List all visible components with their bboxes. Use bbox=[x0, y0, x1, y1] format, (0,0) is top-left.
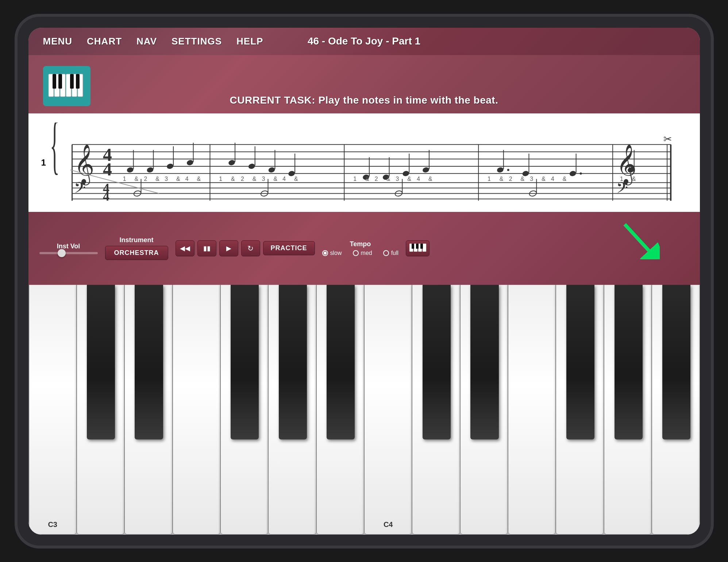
rewind-button[interactable]: ◀◀ bbox=[176, 240, 194, 256]
tempo-full-group[interactable]: full bbox=[383, 250, 398, 256]
svg-text:&: & bbox=[386, 175, 390, 182]
white-keys-row: C3 C4 bbox=[28, 285, 700, 535]
menu-item-menu[interactable]: MENU bbox=[43, 36, 73, 47]
svg-rect-7 bbox=[58, 74, 62, 89]
tempo-med-radio[interactable] bbox=[353, 250, 359, 256]
page-title: 46 - Ode To Joy - Part 1 bbox=[308, 35, 420, 47]
svg-text:1: 1 bbox=[488, 175, 491, 182]
svg-text:&: & bbox=[562, 175, 566, 182]
instrument-button[interactable]: ORCHESTRA bbox=[105, 246, 168, 260]
svg-text:{: { bbox=[50, 123, 59, 181]
white-key-c3[interactable]: C3 bbox=[28, 285, 77, 535]
black-key-gs3[interactable] bbox=[279, 285, 307, 440]
svg-text:2: 2 bbox=[509, 175, 512, 182]
menu-bar: MENU CHART NAV SETTINGS HELP 46 - Ode To… bbox=[28, 28, 700, 55]
svg-point-62 bbox=[569, 170, 577, 177]
svg-text:3: 3 bbox=[396, 175, 399, 182]
tempo-full-label: full bbox=[391, 250, 398, 256]
svg-point-43 bbox=[248, 163, 255, 169]
practice-button[interactable]: PRACTICE bbox=[263, 241, 315, 255]
transport-group: ◀◀ ▮▮ ▶ ↻ PRACTICE bbox=[176, 240, 315, 256]
svg-text:𝄢: 𝄢 bbox=[74, 180, 85, 200]
black-key-as3[interactable] bbox=[327, 285, 355, 440]
svg-point-39 bbox=[186, 159, 194, 166]
piano-icon-svg bbox=[47, 72, 87, 100]
svg-text:1: 1 bbox=[353, 175, 357, 182]
screen: MENU CHART NAV SETTINGS HELP 46 - Ode To… bbox=[28, 28, 700, 535]
repeat-button[interactable]: ↻ bbox=[241, 240, 260, 256]
svg-text:4: 4 bbox=[103, 159, 112, 179]
play-button[interactable]: ▶ bbox=[219, 240, 238, 256]
black-key-fs4[interactable] bbox=[566, 285, 594, 440]
svg-point-41 bbox=[228, 159, 235, 166]
svg-text:&: & bbox=[294, 175, 298, 182]
svg-text:3: 3 bbox=[262, 175, 265, 182]
piano-icon-box[interactable] bbox=[43, 66, 90, 106]
volume-slider[interactable] bbox=[39, 252, 98, 254]
pause-icon: ▮▮ bbox=[203, 244, 211, 252]
rewind-icon: ◀◀ bbox=[180, 244, 190, 252]
menu-item-nav[interactable]: NAV bbox=[136, 36, 157, 47]
menu-item-help[interactable]: HELP bbox=[236, 36, 263, 47]
keys-wrapper: C3 C4 bbox=[28, 285, 700, 535]
white-key-f3[interactable] bbox=[173, 285, 220, 535]
black-key-fs3[interactable] bbox=[231, 285, 259, 440]
white-key-c4[interactable]: C4 bbox=[364, 285, 412, 535]
volume-thumb[interactable] bbox=[58, 249, 66, 257]
task-banner: CURRENT TASK: Play the notes in time wit… bbox=[28, 55, 700, 113]
black-key-cs3[interactable] bbox=[87, 285, 115, 440]
svg-text:4: 4 bbox=[551, 175, 554, 182]
svg-rect-119 bbox=[423, 244, 426, 252]
staff-svg: { bbox=[47, 123, 682, 203]
tempo-slow-radio[interactable] bbox=[322, 250, 328, 256]
black-key-ds3[interactable] bbox=[135, 285, 163, 440]
menu-item-settings[interactable]: SETTINGS bbox=[172, 36, 222, 47]
vol-label: Inst Vol bbox=[57, 243, 80, 250]
svg-point-45 bbox=[268, 166, 276, 173]
svg-text:4: 4 bbox=[103, 189, 109, 203]
sheet-music-area: 1 { bbox=[28, 113, 700, 212]
svg-text:&: & bbox=[155, 175, 159, 182]
instrument-label: Instrument bbox=[120, 236, 154, 244]
svg-text:&: & bbox=[134, 175, 138, 182]
black-key-cs4[interactable] bbox=[423, 285, 451, 440]
svg-rect-122 bbox=[420, 244, 423, 249]
tempo-full-radio[interactable] bbox=[383, 250, 389, 256]
svg-rect-120 bbox=[412, 244, 414, 249]
black-key-as4[interactable] bbox=[662, 285, 690, 440]
transport-controls-row: Inst Vol Instrument ORCHESTRA ◀◀ bbox=[39, 236, 689, 260]
svg-text:3: 3 bbox=[530, 175, 533, 182]
svg-text:𝄢: 𝄢 bbox=[616, 180, 628, 200]
svg-point-59 bbox=[507, 168, 509, 171]
c3-label: C3 bbox=[48, 520, 57, 529]
svg-rect-6 bbox=[53, 74, 56, 89]
staff-container: { bbox=[47, 123, 682, 203]
menu-item-chart[interactable]: CHART bbox=[87, 36, 122, 47]
tempo-med-group[interactable]: med bbox=[353, 250, 372, 256]
black-key-gs4[interactable] bbox=[615, 285, 643, 440]
tempo-options: slow med full bbox=[322, 250, 399, 256]
instrument-group: Instrument ORCHESTRA bbox=[105, 236, 168, 260]
tempo-slow-group[interactable]: slow bbox=[322, 250, 342, 256]
svg-rect-9 bbox=[76, 74, 80, 89]
svg-text:&: & bbox=[197, 175, 201, 182]
svg-text:&: & bbox=[407, 175, 411, 182]
svg-text:&: & bbox=[231, 175, 235, 182]
white-key-f4[interactable] bbox=[508, 285, 556, 535]
pause-button[interactable]: ▮▮ bbox=[197, 240, 216, 256]
volume-group: Inst Vol bbox=[39, 243, 98, 254]
svg-text:𝄞: 𝄞 bbox=[74, 144, 94, 185]
controls-area: Inst Vol Instrument ORCHESTRA ◀◀ bbox=[28, 212, 700, 285]
svg-rect-8 bbox=[70, 74, 74, 89]
svg-text:1: 1 bbox=[123, 175, 126, 182]
svg-rect-121 bbox=[416, 244, 419, 249]
svg-text:4: 4 bbox=[417, 175, 420, 182]
black-key-ds4[interactable] bbox=[470, 285, 498, 440]
svg-text:&: & bbox=[428, 175, 432, 182]
svg-text:3: 3 bbox=[165, 175, 168, 182]
c4-label: C4 bbox=[384, 520, 393, 529]
keyboard-toggle-button[interactable] bbox=[406, 240, 430, 256]
svg-text:1: 1 bbox=[219, 175, 222, 182]
device-frame: MENU CHART NAV SETTINGS HELP 46 - Ode To… bbox=[18, 17, 711, 546]
svg-text:✂: ✂ bbox=[663, 133, 672, 145]
